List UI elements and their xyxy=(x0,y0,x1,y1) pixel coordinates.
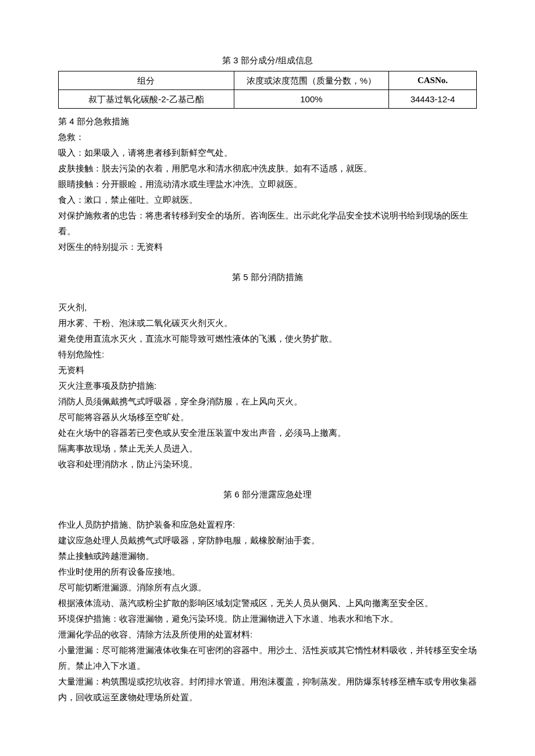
cell-cas: 34443-12-4 xyxy=(388,90,476,109)
section5-line: 灭火剂, xyxy=(58,299,477,315)
section5-line: 处在火场中的容器若已变色或从安全泄压装置中发出声音，必须马上撤离。 xyxy=(58,425,477,440)
cell-concentration: 100% xyxy=(234,90,388,109)
section5-line: 无资料 xyxy=(58,362,477,378)
section4-line: 食入：漱口，禁止催吐。立即就医。 xyxy=(58,192,477,207)
section5-line: 收容和处理消防水，防止污染环境。 xyxy=(58,456,477,472)
section6-line: 泄漏化学品的收容、清除方法及所使用的处置材料: xyxy=(58,626,477,642)
col-header-component: 组分 xyxy=(59,71,234,90)
section6-line: 尽可能切断泄漏源。消除所有点火源。 xyxy=(58,579,477,595)
section5-line: 隔离事故现场，禁止无关人员进入。 xyxy=(58,440,477,456)
section4-title: 第 4 部分急救措施 xyxy=(58,113,477,129)
section4-line: 对保护施救者的忠告：将患者转移到安全的场所。咨询医生。出示此化学品安全技术说明书… xyxy=(58,207,477,239)
section4-line: 对医生的特别提示：无资料 xyxy=(58,239,477,255)
col-header-concentration: 浓度或浓度范围（质量分数，%） xyxy=(234,71,388,90)
section4-line: 眼睛接触：分开眼睑，用流动清水或生理盐水冲洗。立即就医。 xyxy=(58,176,477,192)
section5-line: 避免使用直流水灭火，直流水可能导致可燃性液体的飞溅，使火势扩散。 xyxy=(58,331,477,346)
composition-table: 组分 浓度或浓度范围（质量分数，%） CASNo. 叔丁基过氧化碳酸-2-乙基己… xyxy=(58,71,477,109)
section6-line: 作业时使用的所有设备应接地。 xyxy=(58,564,477,579)
cell-component: 叔丁基过氧化碳酸-2-乙基己酯 xyxy=(59,90,234,109)
section5-line: 特别危险性: xyxy=(58,346,477,362)
section3-title: 第 3 部分成分/组成信息 xyxy=(58,52,477,68)
section4-line: 急救： xyxy=(58,129,477,145)
section6-line: 建议应急处理人员戴携气式呼吸器，穿防静电服，戴橡胶耐油手套。 xyxy=(58,532,477,548)
section5-line: 用水雾、干粉、泡沫或二氧化碳灭火剂灭火。 xyxy=(58,315,477,331)
section5-line: 消防人员须佩戴携气式呼吸器，穿全身消防服，在上风向灭火。 xyxy=(58,393,477,409)
table-row: 叔丁基过氧化碳酸-2-乙基己酯 100% 34443-12-4 xyxy=(59,90,477,109)
section6-line: 小量泄漏：尽可能将泄漏液体收集在可密闭的容器中。用沙土、活性炭或其它惰性材料吸收… xyxy=(58,642,477,673)
section4-line: 皮肤接触：脱去污染的衣着，用肥皂水和清水彻底冲洗皮肤。如有不适感，就医。 xyxy=(58,160,477,176)
section5-line: 尽可能将容器从火场移至空旷处。 xyxy=(58,409,477,425)
section5-line: 灭火注意事项及防护措施: xyxy=(58,378,477,393)
section6-line: 根据液体流动、蒸汽或粉尘扩散的影响区域划定警戒区，无关人员从侧风、上风向撤离至安… xyxy=(58,595,477,611)
col-header-cas: CASNo. xyxy=(388,71,476,90)
section6-line: 环境保护措施：收容泄漏物，避免污染环境。防止泄漏物进入下水道、地表水和地下水。 xyxy=(58,611,477,626)
section4-line: 吸入：如果吸入，请将患者移到新鲜空气处。 xyxy=(58,145,477,160)
section6-title: 第 6 部分泄露应急处理 xyxy=(58,486,477,502)
table-header-row: 组分 浓度或浓度范围（质量分数，%） CASNo. xyxy=(59,71,477,90)
section6-line: 作业人员防护措施、防护装备和应急处置程序: xyxy=(58,517,477,532)
section6-line: 大量泄漏：构筑围堤或挖坑收容。封闭排水管道。用泡沫覆盖，抑制蒸发。用防爆泵转移至… xyxy=(58,673,477,705)
section5-title: 第 5 部分消防措施 xyxy=(58,269,477,285)
section6-line: 禁止接触或跨越泄漏物。 xyxy=(58,548,477,564)
